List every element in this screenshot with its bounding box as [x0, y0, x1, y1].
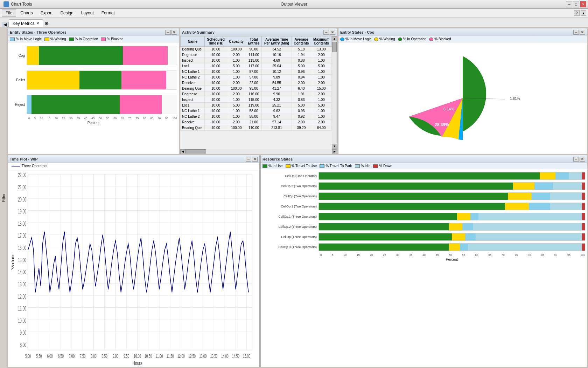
window-controls[interactable]: ─ □ ✕ [566, 1, 586, 7]
table-cell: 1.00 [227, 114, 246, 120]
table-cell: 116.00 [246, 91, 262, 97]
table-row: Inspect10.001.00115.004.320.831.00 [181, 97, 332, 103]
activity-table-body: Bearing Que10.00100.0090.0034.525.1813.0… [181, 47, 332, 131]
svg-text:10.00: 10.00 [134, 354, 141, 359]
table-cell: 10.00 [205, 114, 227, 120]
res-bar-6 [318, 223, 585, 231]
menu-charts[interactable]: Charts [17, 9, 36, 16]
res-row-6: CellOp.2 (Three Operators) [262, 223, 585, 231]
col-avg-time: Average TimePer Entry (Min) [262, 36, 292, 47]
table-cell: 1.94 [292, 52, 311, 58]
entity-cog-title: Entity States - Cog [340, 30, 374, 34]
tab-key-metrics[interactable]: Key Metrics ✕ [9, 19, 43, 27]
tab-close-button[interactable]: ✕ [36, 21, 39, 25]
table-cell: Bearing Que [181, 47, 205, 52]
resource-x-title: Percent [262, 258, 585, 261]
activity-controls[interactable]: ─ ✕ [323, 30, 335, 35]
cog-blocked [123, 46, 168, 65]
hscroll-left[interactable]: ◀ [180, 149, 185, 154]
scroll-down[interactable]: ▼ [332, 144, 337, 149]
minimize-ribbon-icon[interactable]: ▲ [581, 10, 586, 16]
svg-text:16.00: 16.00 [18, 245, 26, 251]
res-row-3: CellOp (Two Operators) [262, 192, 585, 200]
bar-row-pallet: Pallet [10, 70, 177, 90]
svg-text:10.00: 10.00 [18, 318, 26, 324]
activity-table: Name ScheduledTime (Hr) Capacity TotalEn… [180, 36, 332, 131]
table-cell: 113.00 [246, 58, 262, 63]
table-cell: 93.00 [246, 86, 262, 91]
table-cell: 2.00 [311, 120, 332, 125]
table-cell: 10.00 [205, 80, 227, 86]
scroll-thumb[interactable] [332, 42, 337, 52]
table-cell: 25.21 [262, 103, 292, 108]
panels-area: Entity States - Three Operators ─ ✕ % In… [7, 27, 588, 368]
minimize-button[interactable]: ─ [566, 1, 572, 7]
activity-minimize[interactable]: ─ [323, 30, 329, 35]
menu-design[interactable]: Design [57, 9, 77, 16]
menu-file[interactable]: File [2, 9, 16, 17]
entity-states-legend: % In Move Logic % Waiting % In Operation… [8, 36, 179, 42]
cog-legend-move: % In Move Logic [340, 37, 371, 41]
col-avg-contents: AverageContents [292, 36, 311, 47]
svg-text:13.00: 13.00 [18, 281, 26, 287]
bar-label-pallet: Pallet [10, 78, 27, 82]
table-cell: 10.00 [205, 63, 227, 69]
table-cell: 64.00 [311, 125, 332, 131]
res-label-5: CellOp.1 (Three Operators) [262, 215, 318, 218]
resource-controls[interactable]: ─ ✕ [573, 157, 585, 162]
pie-label-green: 63.76% [484, 108, 498, 113]
res-label-3: CellOp (Two Operators) [262, 195, 318, 198]
cog-close[interactable]: ✕ [580, 30, 585, 35]
table-row: Loc110.005.00119.0025.215.005.00 [181, 103, 332, 108]
scroll-up[interactable]: ▲ [332, 36, 337, 41]
table-cell: Loc1 [181, 103, 205, 108]
svg-text:12.00: 12.00 [177, 354, 185, 359]
bar-cog [27, 46, 177, 65]
activity-scrollbar[interactable]: ▲ ▼ [332, 36, 337, 149]
table-cell: 2.00 [292, 80, 311, 86]
hscroll-track[interactable] [185, 149, 332, 154]
svg-text:9.00: 9.00 [20, 330, 26, 336]
new-tab-button[interactable]: ⊕ [43, 20, 50, 27]
svg-text:11.00: 11.00 [18, 306, 26, 312]
table-cell: 90.00 [246, 47, 262, 52]
tab-bar: ◀ Key Metrics ✕ ⊕ [0, 18, 588, 27]
resource-close[interactable]: ✕ [580, 157, 585, 162]
svg-text:11.50: 11.50 [167, 354, 174, 359]
tab-nav-left[interactable]: ◀ [2, 22, 9, 27]
close-button[interactable]: ✕ [580, 1, 586, 7]
activity-close[interactable]: ✕ [330, 30, 335, 35]
time-plot-close[interactable]: ✕ [252, 157, 258, 162]
table-cell: 5.00 [227, 103, 246, 108]
pallet-operation [79, 71, 121, 89]
table-cell: 1.00 [311, 97, 332, 103]
time-plot-controls[interactable]: ─ ✕ [246, 157, 258, 162]
activity-hscrollbar[interactable]: ◀ ▶ [180, 149, 337, 154]
res-bar-5 [318, 213, 585, 220]
res-bar-2 [318, 182, 585, 190]
entity-states-minimize[interactable]: ─ [165, 30, 171, 35]
table-cell: 10.12 [262, 69, 292, 75]
resource-states-header: Resource States ─ ✕ [261, 155, 587, 163]
hscroll-right[interactable]: ▶ [332, 149, 337, 154]
menu-layout[interactable]: Layout [78, 9, 97, 16]
table-cell: 39.20 [292, 125, 311, 131]
entity-states-close[interactable]: ✕ [172, 30, 177, 35]
cog-minimize[interactable]: ─ [573, 30, 579, 35]
res-label-6: CellOp.2 (Three Operators) [262, 225, 318, 229]
maximize-button[interactable]: □ [573, 1, 579, 7]
resource-minimize[interactable]: ─ [573, 157, 579, 162]
activity-table-wrapper[interactable]: Name ScheduledTime (Hr) Capacity TotalEn… [180, 36, 332, 149]
hscroll-thumb[interactable] [185, 149, 206, 154]
legend-blocked: % Blocked [101, 37, 123, 41]
res-bar-7 [318, 233, 585, 241]
entity-states-controls[interactable]: ─ ✕ [165, 30, 177, 35]
scroll-track[interactable] [332, 41, 337, 144]
menu-format[interactable]: Format [98, 9, 118, 16]
cog-controls[interactable]: ─ ✕ [573, 30, 585, 35]
svg-text:7.00: 7.00 [69, 354, 75, 359]
help-icon[interactable]: ? [574, 10, 580, 16]
table-cell: 57.00 [246, 69, 262, 75]
menu-export[interactable]: Export [37, 9, 56, 16]
time-plot-minimize[interactable]: ─ [246, 157, 251, 162]
